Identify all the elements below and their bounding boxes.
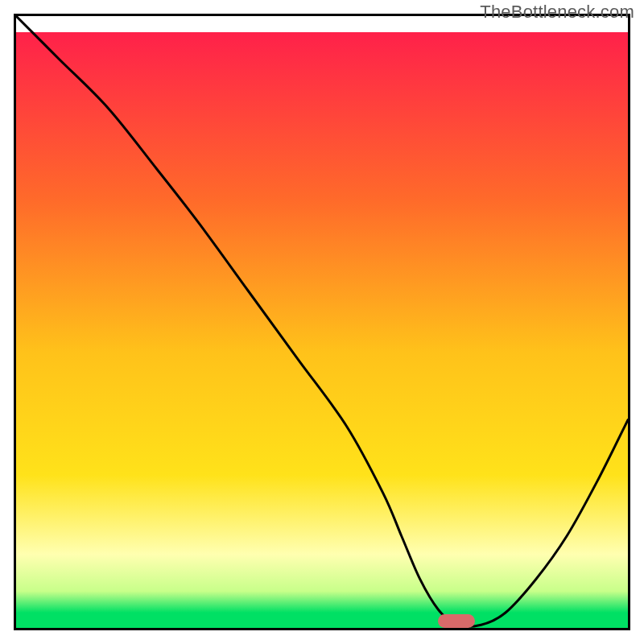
watermark-text: TheBottleneck.com bbox=[480, 2, 634, 23]
optimum-marker bbox=[438, 614, 475, 628]
bottleneck-curve bbox=[16, 16, 628, 628]
plot-area bbox=[14, 14, 630, 630]
chart-frame: TheBottleneck.com bbox=[0, 0, 644, 644]
